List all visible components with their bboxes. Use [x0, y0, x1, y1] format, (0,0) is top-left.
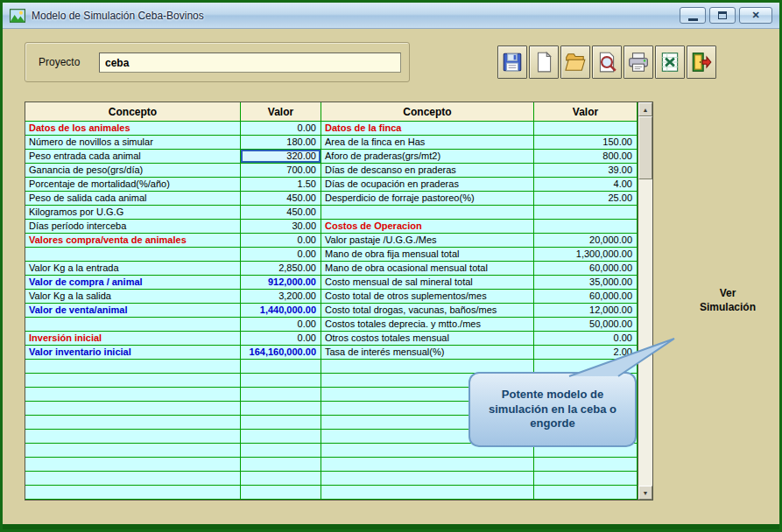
value-cell[interactable]: [241, 472, 321, 485]
ver-simulacion-label[interactable]: Ver Simulación: [684, 287, 771, 314]
concept-cell[interactable]: Costos de Operacion: [321, 220, 534, 233]
concept-cell[interactable]: [25, 402, 241, 415]
concept-cell[interactable]: Valor de compra / animal: [25, 276, 241, 289]
concept-cell[interactable]: Tasa de interés mensual(%): [321, 346, 534, 359]
concept-cell[interactable]: Datos de los animales: [25, 122, 241, 135]
concept-cell[interactable]: [321, 458, 534, 471]
concept-cell[interactable]: Valor Kg a la salida: [25, 290, 241, 303]
value-cell[interactable]: 0.00: [241, 234, 321, 247]
preview-button[interactable]: [592, 46, 622, 79]
concept-cell[interactable]: [25, 472, 241, 485]
title-bar[interactable]: Modelo de Simulación Ceba-Bovinos ✕: [3, 3, 779, 29]
value-cell[interactable]: 164,160,000.00: [241, 346, 321, 359]
value-cell[interactable]: 12,000.00: [534, 304, 638, 317]
value-cell[interactable]: [241, 444, 321, 457]
value-cell[interactable]: [241, 388, 321, 401]
value-cell[interactable]: 30.00: [241, 220, 321, 233]
value-cell[interactable]: 150.00: [534, 136, 638, 149]
concept-cell[interactable]: [321, 472, 534, 485]
value-cell[interactable]: 800.00: [534, 150, 638, 163]
value-cell[interactable]: [241, 374, 321, 387]
value-cell[interactable]: 1,440,000.00: [241, 304, 321, 317]
value-cell[interactable]: [534, 472, 638, 485]
value-cell[interactable]: 0.00: [241, 318, 321, 331]
scroll-down-button[interactable]: ▼: [638, 486, 652, 500]
value-cell[interactable]: 0.00: [241, 122, 321, 135]
concept-cell[interactable]: Valor de venta/animal: [25, 304, 241, 317]
scrollbar-thumb[interactable]: [638, 116, 652, 179]
concept-cell[interactable]: Inversión inicial: [25, 332, 241, 345]
concept-cell[interactable]: Area de la finca en Has: [321, 136, 534, 149]
concept-cell[interactable]: Porcentaje de mortalidad(%/año): [25, 178, 241, 191]
concept-cell[interactable]: [25, 318, 241, 331]
value-cell[interactable]: [534, 458, 638, 471]
value-cell[interactable]: 2.00: [534, 346, 638, 359]
value-cell[interactable]: [241, 486, 321, 499]
value-cell[interactable]: 4.00: [534, 178, 638, 191]
concept-cell[interactable]: Valor inventario inicial: [25, 346, 241, 359]
concept-cell[interactable]: Ganancia de peso(grs/día): [25, 164, 241, 177]
value-cell[interactable]: 60,000.00: [534, 262, 638, 275]
concept-cell[interactable]: [25, 458, 241, 471]
value-cell[interactable]: 450.00: [241, 192, 321, 205]
project-input[interactable]: [99, 52, 401, 73]
value-cell[interactable]: 912,000.00: [241, 276, 321, 289]
concept-cell[interactable]: Costo total drogas, vacunas, baños/mes: [321, 304, 534, 317]
value-cell[interactable]: 39.00: [534, 164, 638, 177]
value-cell[interactable]: [241, 430, 321, 443]
print-button[interactable]: [623, 46, 653, 79]
value-cell[interactable]: [241, 416, 321, 429]
concept-cell[interactable]: Mano de obra ocasional mensual total: [321, 262, 534, 275]
scrollbar-track[interactable]: [638, 179, 652, 486]
excel-export-button[interactable]: [655, 46, 685, 79]
concept-cell[interactable]: Costos totales deprecia. y mtto./mes: [321, 318, 534, 331]
value-cell[interactable]: 50,000.00: [534, 318, 638, 331]
value-cell[interactable]: 2,850.00: [241, 262, 321, 275]
concept-cell[interactable]: [25, 486, 241, 499]
save-button[interactable]: [497, 46, 527, 79]
vertical-scrollbar[interactable]: ▲ ▼: [638, 102, 652, 500]
value-cell[interactable]: 0.00: [534, 332, 638, 345]
concept-cell[interactable]: Días de descanso en praderas: [321, 164, 534, 177]
concept-cell[interactable]: Valor Kg a la entrada: [25, 262, 241, 275]
concept-cell[interactable]: [321, 486, 534, 499]
concept-cell[interactable]: Aforo de praderas(grs/mt2): [321, 150, 534, 163]
concept-cell[interactable]: Valores compra/venta de animales: [25, 234, 241, 247]
selected-value-cell[interactable]: 320.00: [241, 150, 321, 163]
value-cell[interactable]: [534, 360, 638, 373]
value-cell[interactable]: 35,000.00: [534, 276, 638, 289]
concept-cell[interactable]: Peso entrada cada animal: [25, 150, 241, 163]
value-cell[interactable]: [534, 486, 638, 499]
value-cell[interactable]: 3,200.00: [241, 290, 321, 303]
concept-cell[interactable]: Kilogramos por U.G.G: [25, 206, 241, 219]
value-cell[interactable]: [241, 360, 321, 373]
value-cell[interactable]: [534, 220, 638, 233]
concept-cell[interactable]: Días período interceba: [25, 220, 241, 233]
value-cell[interactable]: [534, 122, 638, 135]
value-cell[interactable]: [534, 206, 638, 219]
close-button[interactable]: ✕: [739, 7, 772, 24]
exit-button[interactable]: [687, 46, 716, 79]
concept-cell[interactable]: Mano de obra fija mensual total: [321, 248, 534, 261]
value-cell[interactable]: [241, 458, 321, 471]
value-cell[interactable]: 25.00: [534, 192, 638, 205]
value-cell[interactable]: 20,000.00: [534, 234, 638, 247]
value-cell[interactable]: 0.00: [241, 248, 321, 261]
maximize-button[interactable]: [709, 7, 736, 24]
concept-cell[interactable]: Costo total de otros suplementos/mes: [321, 290, 534, 303]
concept-cell[interactable]: [25, 374, 241, 387]
value-cell[interactable]: 180.00: [241, 136, 321, 149]
concept-cell[interactable]: [321, 206, 534, 219]
concept-cell[interactable]: [25, 430, 241, 443]
concept-cell[interactable]: [25, 388, 241, 401]
concept-cell[interactable]: [25, 248, 241, 261]
concept-cell[interactable]: Desperdicio de forraje pastoreo(%): [321, 192, 534, 205]
value-cell[interactable]: [241, 402, 321, 415]
concept-cell[interactable]: Peso de salida cada animal: [25, 192, 241, 205]
concept-cell[interactable]: Número de novillos a simular: [25, 136, 241, 149]
value-cell[interactable]: 60,000.00: [534, 290, 638, 303]
scroll-up-button[interactable]: ▲: [638, 102, 652, 116]
concept-cell[interactable]: [321, 360, 534, 373]
value-cell[interactable]: 1.50: [241, 178, 321, 191]
minimize-button[interactable]: [680, 7, 706, 24]
